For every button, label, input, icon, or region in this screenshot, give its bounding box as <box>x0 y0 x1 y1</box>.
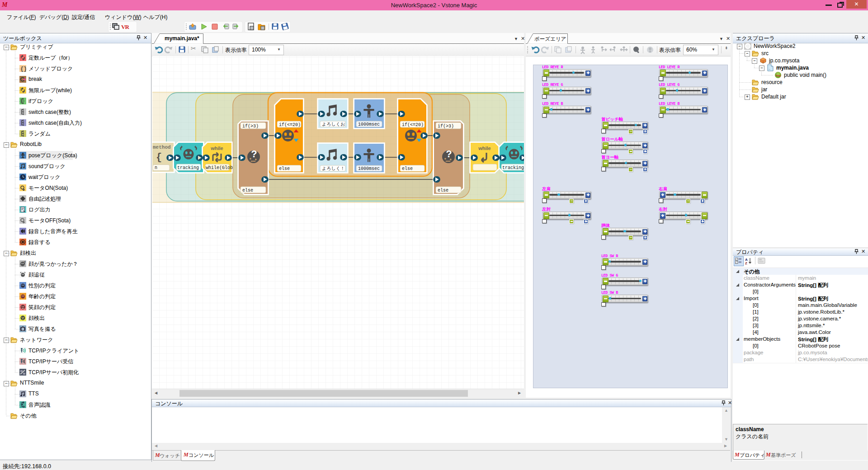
svg-text:bug: bug <box>776 74 781 77</box>
svg-text:?: ? <box>446 149 452 160</box>
svg-text:•: • <box>736 261 736 264</box>
svg-text:while: while <box>210 146 223 151</box>
svg-text:method: method <box>153 145 171 150</box>
svg-text:else: else <box>402 166 413 171</box>
svg-text:?: ? <box>251 149 257 160</box>
svg-text:1000msec: 1000msec <box>358 122 380 127</box>
svg-text:1000msec: 1000msec <box>358 166 380 171</box>
svg-text:while(Glob: while(Glob <box>206 165 233 170</box>
svg-text:tracking: tracking <box>177 165 199 170</box>
svg-text:while: while <box>478 146 491 151</box>
svg-text:n: n <box>155 165 157 170</box>
svg-text:else: else <box>242 188 253 193</box>
svg-text:if(>3): if(>3) <box>242 124 259 129</box>
svg-text:if(>3): if(>3) <box>438 124 454 129</box>
svg-text:tracking: tracking <box>502 165 524 170</box>
svg-text:else: else <box>438 188 448 193</box>
svg-text:よろしくお: よろしくお <box>322 122 345 127</box>
svg-text:Z: Z <box>745 261 747 265</box>
svg-text:よろしく！: よろしく！ <box>322 166 345 171</box>
svg-text:if(<=20): if(<=20) <box>402 122 424 127</box>
svg-text:if(<=20): if(<=20) <box>279 122 301 127</box>
svg-text:{: { <box>156 152 162 163</box>
svg-text:else: else <box>279 166 290 171</box>
svg-text:•: • <box>736 258 736 261</box>
svg-text:..: .. <box>769 67 770 70</box>
